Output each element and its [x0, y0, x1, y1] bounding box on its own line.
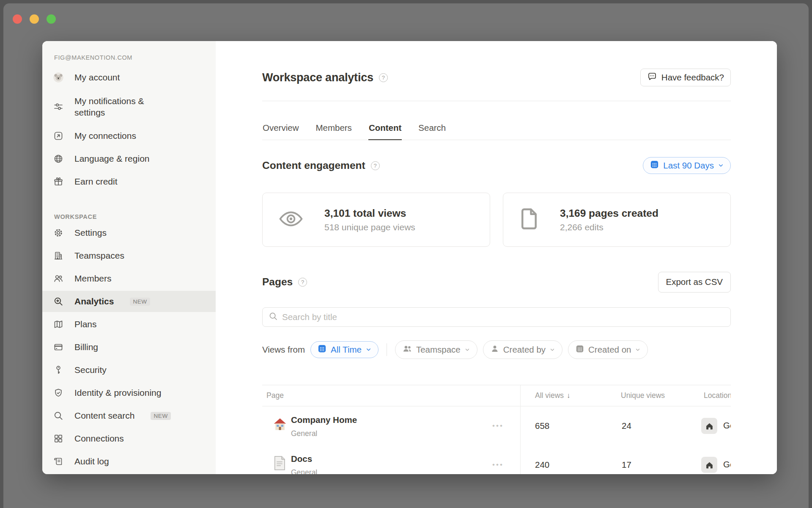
sidebar-item-my-connections[interactable]: My connections	[42, 125, 216, 146]
calendar-icon	[317, 344, 327, 356]
feedback-label: Have feedback?	[661, 72, 724, 83]
sidebar-item-label: My notifications & settings	[74, 95, 161, 119]
have-feedback-button[interactable]: Have feedback?	[640, 69, 731, 86]
tab-members[interactable]: Members	[315, 116, 352, 140]
page-subtitle-cell: General	[291, 468, 317, 474]
sidebar-item-label: Analytics	[74, 295, 114, 307]
feedback-bubble-icon	[647, 72, 657, 84]
column-header-unique-views[interactable]: Unique views	[621, 385, 665, 406]
search-icon	[53, 411, 63, 421]
chevron-down-icon	[464, 345, 470, 355]
table-row[interactable]: Docs General 240 17 General	[262, 445, 731, 474]
sidebar-item-label: Security	[74, 364, 107, 375]
sidebar-item-security[interactable]: Security	[42, 359, 216, 381]
new-badge: NEW	[130, 298, 150, 306]
sidebar-item-notifications-settings[interactable]: My notifications & settings	[42, 90, 216, 124]
views-range-dropdown[interactable]: All Time	[310, 341, 379, 358]
table-header-row: Page All views Unique views Location	[262, 385, 731, 406]
edits-subtitle: 2,266 edits	[560, 222, 658, 232]
window-controls	[13, 14, 56, 24]
page-title-cell: Docs	[291, 454, 312, 464]
unique-views-cell: 24	[622, 421, 631, 431]
minimize-button[interactable]	[30, 14, 39, 24]
sidebar-item-my-account[interactable]: My account	[42, 67, 216, 88]
search-icon	[269, 312, 278, 323]
created-by-filter[interactable]: Created by	[483, 340, 562, 359]
all-views-cell: 240	[535, 460, 549, 470]
views-from-label: Views from	[262, 345, 305, 355]
map-icon	[53, 319, 63, 329]
search-by-title-input[interactable]	[282, 312, 724, 322]
document-page-icon	[272, 456, 287, 472]
sidebar-item-label: Content search	[74, 410, 134, 421]
divider	[387, 343, 387, 356]
grid-icon	[53, 433, 63, 444]
sidebar-item-members[interactable]: Members	[42, 268, 216, 289]
close-button[interactable]	[13, 14, 22, 24]
sidebar-item-identity-provisioning[interactable]: Identity & provisioning	[42, 382, 216, 403]
row-menu-icon[interactable]	[492, 461, 504, 469]
export-csv-button[interactable]: Export as CSV	[658, 272, 731, 293]
sliders-icon	[53, 102, 63, 112]
zoom-button[interactable]	[47, 14, 56, 24]
app-window: FIG@MAKENOTION.COM My account My notific…	[3, 3, 809, 508]
key-icon	[53, 365, 63, 375]
sidebar-item-label: Plans	[74, 318, 97, 330]
sidebar-item-teamspaces[interactable]: Teamspaces	[42, 245, 216, 266]
views-range-label: All Time	[331, 345, 362, 355]
column-header-all-views[interactable]: All views	[535, 385, 571, 406]
sidebar-item-plans[interactable]: Plans	[42, 314, 216, 335]
date-range-label: Last 90 Days	[663, 160, 714, 171]
tab-search[interactable]: Search	[418, 116, 446, 140]
total-views-value: 3,101 total views	[324, 207, 415, 219]
sidebar-item-label: Audit log	[74, 456, 109, 467]
location-house-icon	[701, 457, 717, 473]
sidebar-item-label: Earn credit	[74, 176, 118, 187]
date-range-dropdown[interactable]: Last 90 Days	[643, 157, 731, 174]
sidebar-item-content-search[interactable]: Content search NEW	[42, 405, 216, 426]
help-icon[interactable]	[371, 161, 380, 170]
credit-card-icon	[53, 342, 63, 352]
sidebar-item-earn-credit[interactable]: Earn credit	[42, 171, 216, 192]
sidebar-item-connections[interactable]: Connections	[42, 428, 216, 449]
tab-overview[interactable]: Overview	[262, 116, 299, 140]
chevron-down-icon	[718, 160, 724, 171]
sidebar-item-label: Billing	[74, 341, 98, 353]
tab-content[interactable]: Content	[368, 116, 402, 140]
teamspace-filter-label: Teamspace	[416, 345, 461, 355]
row-menu-icon[interactable]	[492, 422, 504, 430]
unique-views-subtitle: 518 unique page views	[324, 222, 415, 232]
magnifier-plus-icon	[53, 296, 63, 306]
chevron-down-icon	[549, 345, 555, 355]
help-icon[interactable]	[379, 73, 388, 82]
sidebar-item-label: Settings	[74, 227, 107, 238]
scroll-icon	[53, 456, 63, 467]
column-header-location: Location	[704, 385, 731, 406]
teamspace-filter[interactable]: Teamspace	[395, 340, 477, 359]
avatar	[53, 70, 63, 85]
sidebar-item-audit-log[interactable]: Audit log	[42, 451, 216, 472]
pages-created-value: 3,169 pages created	[560, 207, 658, 219]
created-on-filter[interactable]: Created on	[568, 340, 648, 359]
gear-icon	[53, 228, 63, 238]
help-icon[interactable]	[298, 278, 307, 287]
unique-views-cell: 17	[622, 460, 631, 470]
sidebar-item-settings[interactable]: Settings	[42, 222, 216, 243]
sidebar-item-label: Identity & provisioning	[74, 387, 161, 398]
search-by-title-box	[262, 307, 731, 327]
divider	[262, 101, 731, 101]
building-icon	[53, 251, 63, 261]
pages-table: Page All views Unique views Location	[262, 385, 731, 474]
calendar-icon	[575, 344, 584, 356]
pages-heading: Pages	[262, 276, 293, 288]
location-cell: General	[723, 459, 731, 469]
sidebar-item-analytics[interactable]: Analytics NEW	[42, 291, 216, 312]
location-house-icon	[701, 418, 717, 434]
sidebar-item-language-region[interactable]: Language & region	[42, 148, 216, 169]
table-row[interactable]: Company Home General 658 24 General	[262, 406, 731, 445]
sidebar-item-label: Connections	[74, 433, 124, 444]
sidebar-item-label: My connections	[74, 130, 136, 141]
sidebar-item-billing[interactable]: Billing	[42, 337, 216, 358]
gift-icon	[53, 177, 63, 187]
new-badge: NEW	[151, 412, 170, 420]
